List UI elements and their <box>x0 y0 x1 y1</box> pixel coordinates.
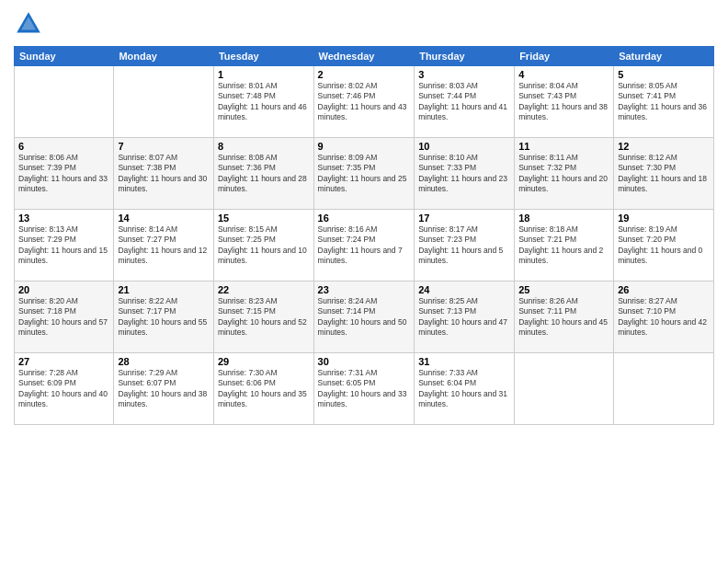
day-info: Sunrise: 8:11 AM Sunset: 7:32 PM Dayligh… <box>518 153 609 195</box>
day-info: Sunrise: 7:29 AM Sunset: 6:07 PM Dayligh… <box>118 368 210 410</box>
calendar-cell: 15Sunrise: 8:15 AM Sunset: 7:25 PM Dayli… <box>213 210 313 282</box>
day-number: 9 <box>318 141 411 152</box>
week-row-1: 1Sunrise: 8:01 AM Sunset: 7:48 PM Daylig… <box>15 66 714 138</box>
day-number: 22 <box>218 284 310 295</box>
calendar-cell: 8Sunrise: 8:08 AM Sunset: 7:36 PM Daylig… <box>213 138 313 210</box>
day-number: 5 <box>618 69 710 80</box>
weekday-header-monday: Monday <box>114 47 214 66</box>
calendar-cell: 1Sunrise: 8:01 AM Sunset: 7:48 PM Daylig… <box>213 66 313 138</box>
day-number: 2 <box>318 69 411 80</box>
calendar-cell: 16Sunrise: 8:16 AM Sunset: 7:24 PM Dayli… <box>313 210 415 282</box>
weekday-header-row: SundayMondayTuesdayWednesdayThursdayFrid… <box>15 47 714 66</box>
weekday-header-sunday: Sunday <box>15 47 114 66</box>
calendar-cell: 21Sunrise: 8:22 AM Sunset: 7:17 PM Dayli… <box>114 282 214 353</box>
calendar-cell: 6Sunrise: 8:06 AM Sunset: 7:39 PM Daylig… <box>15 138 114 210</box>
day-info: Sunrise: 8:05 AM Sunset: 7:41 PM Dayligh… <box>618 81 710 123</box>
calendar-cell: 5Sunrise: 8:05 AM Sunset: 7:41 PM Daylig… <box>614 66 714 138</box>
day-info: Sunrise: 8:19 AM Sunset: 7:20 PM Dayligh… <box>618 224 710 267</box>
day-number: 11 <box>518 141 609 152</box>
day-info: Sunrise: 8:15 AM Sunset: 7:25 PM Dayligh… <box>218 224 310 267</box>
day-number: 18 <box>518 213 609 224</box>
day-info: Sunrise: 8:09 AM Sunset: 7:35 PM Dayligh… <box>318 153 411 195</box>
day-number: 25 <box>518 284 609 295</box>
day-info: Sunrise: 8:16 AM Sunset: 7:24 PM Dayligh… <box>318 224 411 267</box>
calendar-cell: 7Sunrise: 8:07 AM Sunset: 7:38 PM Daylig… <box>114 138 214 210</box>
day-info: Sunrise: 8:24 AM Sunset: 7:14 PM Dayligh… <box>318 296 411 339</box>
logo <box>14 9 47 39</box>
day-info: Sunrise: 8:22 AM Sunset: 7:17 PM Dayligh… <box>118 296 210 339</box>
page-container: SundayMondayTuesdayWednesdayThursdayFrid… <box>0 0 728 563</box>
calendar-cell: 14Sunrise: 8:14 AM Sunset: 7:27 PM Dayli… <box>114 210 214 282</box>
day-number: 23 <box>318 284 411 295</box>
calendar-cell: 4Sunrise: 8:04 AM Sunset: 7:43 PM Daylig… <box>515 66 614 138</box>
calendar-cell: 9Sunrise: 8:09 AM Sunset: 7:35 PM Daylig… <box>313 138 415 210</box>
day-number: 13 <box>18 213 109 224</box>
weekday-header-wednesday: Wednesday <box>313 47 415 66</box>
day-info: Sunrise: 8:02 AM Sunset: 7:46 PM Dayligh… <box>318 81 411 123</box>
calendar-cell <box>15 66 114 138</box>
calendar-cell <box>515 353 614 425</box>
day-number: 24 <box>418 284 510 295</box>
calendar-cell: 13Sunrise: 8:13 AM Sunset: 7:29 PM Dayli… <box>15 210 114 282</box>
week-row-2: 6Sunrise: 8:06 AM Sunset: 7:39 PM Daylig… <box>15 138 714 210</box>
calendar-cell: 19Sunrise: 8:19 AM Sunset: 7:20 PM Dayli… <box>614 210 714 282</box>
day-info: Sunrise: 8:27 AM Sunset: 7:10 PM Dayligh… <box>618 296 710 339</box>
day-number: 1 <box>218 69 310 80</box>
day-info: Sunrise: 7:30 AM Sunset: 6:06 PM Dayligh… <box>218 368 310 410</box>
calendar-cell <box>114 66 214 138</box>
day-number: 31 <box>418 356 510 367</box>
calendar-cell: 22Sunrise: 8:23 AM Sunset: 7:15 PM Dayli… <box>213 282 313 353</box>
day-number: 20 <box>18 284 109 295</box>
week-row-5: 27Sunrise: 7:28 AM Sunset: 6:09 PM Dayli… <box>15 353 714 425</box>
day-number: 27 <box>18 356 109 367</box>
day-number: 17 <box>418 213 510 224</box>
day-info: Sunrise: 8:23 AM Sunset: 7:15 PM Dayligh… <box>218 296 310 339</box>
day-number: 29 <box>218 356 310 367</box>
day-number: 7 <box>118 141 210 152</box>
day-info: Sunrise: 8:25 AM Sunset: 7:13 PM Dayligh… <box>418 296 510 339</box>
calendar-cell: 3Sunrise: 8:03 AM Sunset: 7:44 PM Daylig… <box>415 66 515 138</box>
calendar-cell: 28Sunrise: 7:29 AM Sunset: 6:07 PM Dayli… <box>114 353 214 425</box>
weekday-header-tuesday: Tuesday <box>213 47 313 66</box>
day-number: 21 <box>118 284 210 295</box>
day-info: Sunrise: 7:33 AM Sunset: 6:04 PM Dayligh… <box>418 368 510 410</box>
week-row-3: 13Sunrise: 8:13 AM Sunset: 7:29 PM Dayli… <box>15 210 714 282</box>
calendar-cell <box>614 353 714 425</box>
day-number: 4 <box>518 69 609 80</box>
day-info: Sunrise: 8:14 AM Sunset: 7:27 PM Dayligh… <box>118 224 210 267</box>
day-number: 3 <box>418 69 510 80</box>
weekday-header-thursday: Thursday <box>415 47 515 66</box>
day-number: 16 <box>318 213 411 224</box>
calendar-cell: 18Sunrise: 8:18 AM Sunset: 7:21 PM Dayli… <box>515 210 614 282</box>
calendar-cell: 2Sunrise: 8:02 AM Sunset: 7:46 PM Daylig… <box>313 66 415 138</box>
calendar-cell: 31Sunrise: 7:33 AM Sunset: 6:04 PM Dayli… <box>415 353 515 425</box>
calendar-cell: 23Sunrise: 8:24 AM Sunset: 7:14 PM Dayli… <box>313 282 415 353</box>
day-info: Sunrise: 8:01 AM Sunset: 7:48 PM Dayligh… <box>218 81 310 123</box>
day-info: Sunrise: 7:31 AM Sunset: 6:05 PM Dayligh… <box>318 368 411 410</box>
calendar-cell: 12Sunrise: 8:12 AM Sunset: 7:30 PM Dayli… <box>614 138 714 210</box>
day-number: 26 <box>618 284 710 295</box>
calendar-cell: 20Sunrise: 8:20 AM Sunset: 7:18 PM Dayli… <box>15 282 114 353</box>
day-number: 15 <box>218 213 310 224</box>
calendar-cell: 10Sunrise: 8:10 AM Sunset: 7:33 PM Dayli… <box>415 138 515 210</box>
calendar-cell: 30Sunrise: 7:31 AM Sunset: 6:05 PM Dayli… <box>313 353 415 425</box>
day-info: Sunrise: 8:04 AM Sunset: 7:43 PM Dayligh… <box>518 81 609 123</box>
day-info: Sunrise: 8:18 AM Sunset: 7:21 PM Dayligh… <box>518 224 609 267</box>
day-info: Sunrise: 8:10 AM Sunset: 7:33 PM Dayligh… <box>418 153 510 195</box>
day-number: 14 <box>118 213 210 224</box>
day-number: 12 <box>618 141 710 152</box>
week-row-4: 20Sunrise: 8:20 AM Sunset: 7:18 PM Dayli… <box>15 282 714 353</box>
calendar-table: SundayMondayTuesdayWednesdayThursdayFrid… <box>14 46 714 425</box>
day-info: Sunrise: 8:13 AM Sunset: 7:29 PM Dayligh… <box>18 224 109 267</box>
day-number: 30 <box>318 356 411 367</box>
day-info: Sunrise: 8:08 AM Sunset: 7:36 PM Dayligh… <box>218 153 310 195</box>
day-info: Sunrise: 8:06 AM Sunset: 7:39 PM Dayligh… <box>18 153 109 195</box>
calendar-cell: 24Sunrise: 8:25 AM Sunset: 7:13 PM Dayli… <box>415 282 515 353</box>
day-number: 8 <box>218 141 310 152</box>
header <box>14 9 714 39</box>
day-number: 28 <box>118 356 210 367</box>
day-info: Sunrise: 8:07 AM Sunset: 7:38 PM Dayligh… <box>118 153 210 195</box>
day-info: Sunrise: 8:03 AM Sunset: 7:44 PM Dayligh… <box>418 81 510 123</box>
calendar-cell: 11Sunrise: 8:11 AM Sunset: 7:32 PM Dayli… <box>515 138 614 210</box>
day-info: Sunrise: 8:17 AM Sunset: 7:23 PM Dayligh… <box>418 224 510 267</box>
